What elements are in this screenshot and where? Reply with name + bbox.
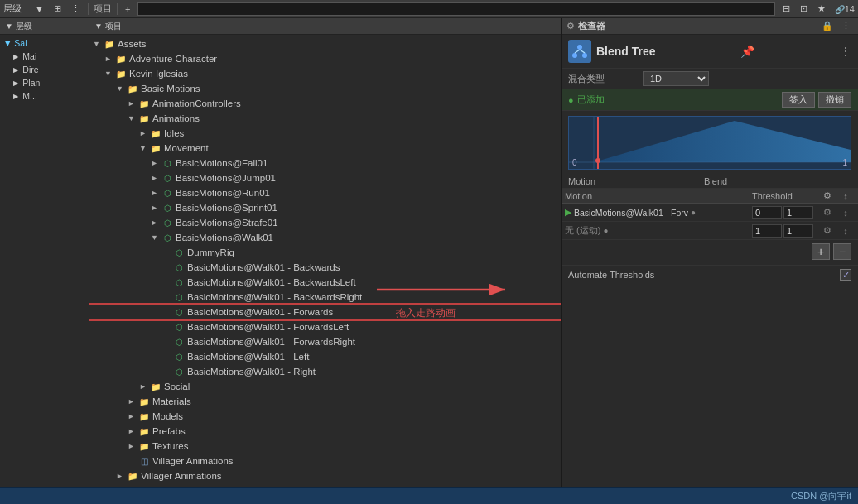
- tree-basic-motions[interactable]: ▼ 📁 Basic Motions: [89, 81, 561, 96]
- inspector-lock-btn[interactable]: 🔒: [819, 20, 836, 32]
- motion-row-1: ▶ BasicMotions@Walk01 - Forv ● ⚙ ↕: [562, 204, 858, 222]
- project-view-btn[interactable]: ⊟: [780, 2, 793, 15]
- remove-motion-btn[interactable]: −: [833, 243, 851, 260]
- hier-sai[interactable]: ▼ Sai: [0, 36, 89, 50]
- graph-max: 1: [842, 158, 847, 167]
- svg-point-1: [572, 53, 577, 58]
- project-search[interactable]: [137, 2, 774, 16]
- svg-line-4: [580, 50, 585, 53]
- tree-forwardsright[interactable]: ⬡ BasicMotions@Walk01 - ForwardsRight: [89, 334, 561, 349]
- motion-icon-2b: ↕: [836, 226, 855, 236]
- folder-icon: ⬡: [161, 231, 174, 244]
- backwards-label: BasicMotions@Walk01 - Backwards: [187, 262, 340, 272]
- inspector-pin-btn[interactable]: 📌: [740, 45, 754, 58]
- hier-plan[interactable]: ► Plan: [0, 76, 89, 89]
- project-icon-btn[interactable]: ⊡: [798, 2, 810, 15]
- tree-villager-anims[interactable]: ► 📁 Villager Animations: [89, 468, 561, 483]
- motion-header-threshold: Threshold: [752, 191, 818, 201]
- hier-mai[interactable]: ► Mai: [0, 50, 89, 63]
- tree-fall01[interactable]: ► ⬡ BasicMotions@Fall01: [89, 156, 561, 170]
- tree-basic-motions-scene[interactable]: ◫ Villager Animations: [89, 454, 561, 468]
- hier-m[interactable]: ► M...: [0, 89, 89, 103]
- add-motion-btn[interactable]: +: [812, 243, 830, 260]
- toolbar-add-btn[interactable]: ▼: [32, 3, 46, 15]
- idles-label: Idles: [164, 128, 184, 138]
- motion-speed-input-1[interactable]: [783, 206, 813, 219]
- svg-point-0: [577, 45, 582, 50]
- top-toolbar: 层级 ▼ ⊞ ⋮ 项目 + ⊟ ⊡ ★ 🔗14: [0, 0, 858, 18]
- motion-actions: + −: [562, 240, 858, 263]
- param-label: Motion: [568, 176, 704, 186]
- tree-left[interactable]: ⬡ BasicMotions@Walk01 - Left: [89, 349, 561, 364]
- bottom-text: CSDN @向宇it: [791, 490, 851, 502]
- tree-models[interactable]: ► 📁 Models: [89, 409, 561, 424]
- hier-dire[interactable]: ► Dire: [0, 63, 89, 76]
- separator2: [88, 3, 89, 15]
- arrow: ►: [151, 204, 161, 212]
- tree-forwardsleft[interactable]: ⬡ BasicMotions@Walk01 - ForwardsLeft: [89, 319, 561, 334]
- hierarchy-panel: ▼ 层级 ▼ Sai ► Mai ► Dire ► Plan ► M...: [0, 18, 89, 487]
- tree-adventure-character[interactable]: ► 📁 Adventure Character: [89, 51, 561, 66]
- revert-btn[interactable]: 撤销: [818, 92, 851, 108]
- animations-label: Animations: [152, 113, 200, 123]
- tree-forwards[interactable]: ⬡ BasicMotions@Walk01 - Forwards: [89, 305, 561, 319]
- sign-in-btn[interactable]: 签入: [782, 92, 815, 108]
- tree-social[interactable]: ► 📁 Social: [89, 379, 561, 394]
- folder-icon: 📁: [114, 52, 128, 65]
- tree-anim-controllers[interactable]: ► 📁 AnimationControllers: [89, 96, 561, 111]
- toolbar-settings-btn[interactable]: ⊞: [51, 2, 64, 15]
- blend-type-row: 混合类型 1D 2D Simple Direct: [562, 69, 858, 89]
- tree-kevin[interactable]: ▼ 📁 Kevin Iglesias: [89, 66, 561, 81]
- anim-icon: ⬡: [172, 335, 186, 348]
- folder-icon: 📁: [137, 439, 151, 453]
- tree-movement[interactable]: ▼ 📁 Movement: [89, 141, 561, 156]
- arrow: ►: [151, 218, 161, 227]
- motion-header-icon1: ⚙: [818, 190, 836, 201]
- tree-scenes[interactable]: ► 📁 Scenes: [89, 483, 561, 487]
- anim-icon: ⬡: [172, 290, 186, 304]
- anim-icon: ⬡: [161, 186, 174, 199]
- motion-speed-input-2[interactable]: [783, 224, 813, 238]
- toolbar-more-btn[interactable]: ⋮: [69, 2, 83, 15]
- tree-backwardsleft[interactable]: ⬡ BasicMotions@Walk01 - BackwardsLeft: [89, 275, 561, 290]
- inspector-title: 检查器: [578, 20, 605, 32]
- tree-walk01-folder[interactable]: ▼ ⬡ BasicMotions@Walk01: [89, 230, 561, 245]
- tree-backwardsright[interactable]: ⬡ BasicMotions@Walk01 - BackwardsRight: [89, 290, 561, 305]
- right-label: BasicMotions@Walk01 - Right: [187, 367, 316, 377]
- kevin-label: Kevin Iglesias: [129, 69, 188, 79]
- motion-threshold-input-1[interactable]: [752, 206, 782, 219]
- tree-right[interactable]: ⬡ BasicMotions@Walk01 - Right: [89, 364, 561, 379]
- tree-textures[interactable]: ► 📁 Textures: [89, 439, 561, 454]
- anim-icon: ⬡: [172, 320, 186, 334]
- tree-dummyriq[interactable]: ⬡ DummyRiq: [89, 245, 561, 260]
- motion-icon-1b: ↕: [836, 208, 855, 218]
- tree-sprint01[interactable]: ► ⬡ BasicMotions@Sprint01: [89, 200, 561, 215]
- arrow: ►: [151, 159, 161, 167]
- tree-backwards[interactable]: ⬡ BasicMotions@Walk01 - Backwards: [89, 260, 561, 275]
- file-count: 🔗14: [835, 4, 855, 14]
- tree-prefabs[interactable]: ► 📁 Prefabs: [89, 424, 561, 439]
- motion-table-header: Motion Threshold ⚙ ↕: [562, 189, 858, 204]
- tree-assets[interactable]: ▼ 📁 Assets: [89, 36, 561, 51]
- arrow: ▼: [151, 233, 161, 242]
- tree-jump01[interactable]: ► ⬡ BasicMotions@Jump01: [89, 170, 561, 185]
- blend-type-dropdown[interactable]: 1D 2D Simple Direct: [643, 71, 709, 86]
- inspector-more-btn[interactable]: ⋮: [839, 20, 853, 32]
- svg-line-3: [575, 50, 580, 53]
- arrow: ►: [151, 174, 161, 182]
- tree-animations[interactable]: ▼ 📁 Animations: [89, 111, 561, 126]
- project-toolbar-add[interactable]: +: [123, 3, 133, 15]
- forwardsleft-label: BasicMotions@Walk01 - ForwardsLeft: [187, 322, 349, 332]
- project-panel: ▼ 项目 ▼ 📁 Assets ► 📁 Adventure Character …: [89, 18, 562, 487]
- inspector-header: ⚙ 检查器 🔒 ⋮: [562, 18, 858, 35]
- motion-threshold-input-2[interactable]: [752, 224, 782, 238]
- inspector-expand-btn[interactable]: ⋮: [840, 45, 851, 58]
- tree-materials[interactable]: ► 📁 Materials: [89, 394, 561, 409]
- separator: [27, 3, 27, 15]
- tree-idles[interactable]: ► 📁 Idles: [89, 126, 561, 141]
- villager-label: Villager Animations: [141, 471, 222, 481]
- automate-checkbox[interactable]: ✓: [840, 269, 851, 281]
- project-star-btn[interactable]: ★: [815, 2, 828, 15]
- tree-run01[interactable]: ► ⬡ BasicMotions@Run01: [89, 185, 561, 200]
- tree-strafe01[interactable]: ► ⬡ BasicMotions@Strafe01: [89, 215, 561, 230]
